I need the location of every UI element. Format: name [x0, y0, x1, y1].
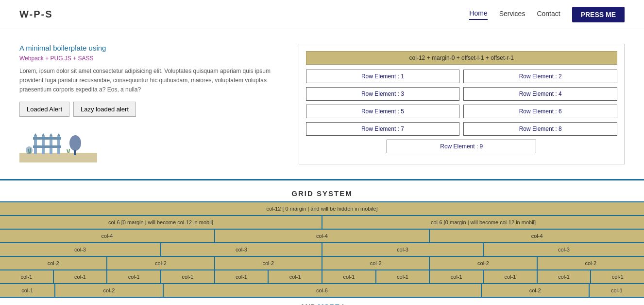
col4-cell-0: col-4: [0, 230, 215, 242]
hero-body: Lorem, ipsum dolor sit amet consectetur …: [19, 67, 279, 95]
svg-rect-5: [33, 137, 61, 140]
hero-subtitle: Webpack + PUG.JS + SASS: [19, 55, 279, 62]
alert-buttons: Loaded Alert Lazy loaded alert: [19, 102, 279, 117]
svg-marker-10: [57, 133, 60, 136]
col3-cell-3: col-3: [484, 243, 644, 256]
col1-cell-9: col-1: [484, 270, 538, 283]
nav-home[interactable]: Home: [469, 9, 487, 20]
col1-cell-3: col-1: [161, 270, 215, 283]
row-element-7: Row Element : 7: [306, 122, 460, 136]
col1-cell-1: col-1: [54, 270, 108, 283]
svg-point-11: [69, 135, 81, 151]
row-elements-12: Row Element : 1 Row Element : 2: [306, 70, 617, 83]
row-element-6: Row Element : 6: [463, 105, 617, 118]
col6-left-cell: col-6 [0 margin | will become col-12 in …: [0, 216, 322, 229]
col2-cell-3: col-2: [322, 257, 430, 269]
svg-rect-6: [33, 145, 61, 148]
svg-line-15: [67, 149, 68, 153]
col1-cell-10: col-1: [538, 270, 592, 283]
col1-cell-8: col-1: [430, 270, 484, 283]
nav-links: Home Services Contact PRESS ME: [469, 7, 625, 22]
grid-system-section: GRID SYSTEM col-12 [ 0 margin | and will…: [0, 179, 644, 305]
col2-cell-2: col-2: [215, 257, 322, 269]
grid-row-col1: col-1 col-1 col-1 col-1 col-1 col-1 col-…: [0, 269, 644, 283]
col3-cell-2: col-3: [322, 243, 484, 256]
and-more-section: AND MORE !: [0, 297, 644, 305]
svg-rect-12: [74, 150, 76, 155]
more-link[interactable]: MORE: [318, 303, 339, 305]
lazy-loaded-alert-button[interactable]: Lazy loaded alert: [73, 102, 136, 117]
col6-right-cell: col-6 [0 margin | will become col-12 in …: [322, 216, 644, 229]
row-element-9-container: Row Element : 9: [306, 140, 617, 153]
col3-cell-1: col-3: [161, 243, 322, 256]
grid-row-col6: col-6 [0 margin | will become col-12 in …: [0, 215, 644, 229]
row-element-1: Row Element : 1: [306, 70, 460, 83]
row-elements-56: Row Element : 5 Row Element : 6: [306, 105, 617, 118]
col1-cell-2: col-1: [107, 270, 161, 283]
col1-cell-7: col-1: [376, 270, 430, 283]
last-col1-left: col-1: [0, 284, 55, 297]
grid-row-col3: col-3 col-3 col-3 col-3: [0, 242, 644, 256]
and-more-text: AND: [300, 303, 316, 305]
brand-logo: W-P-S: [19, 9, 52, 20]
col3-cell-0: col-3: [0, 243, 161, 256]
row-elements-34: Row Element : 3 Row Element : 4: [306, 87, 617, 101]
offset-label: col-12 + margin-0 + offset-l-1 + offset-…: [306, 51, 617, 65]
row-element-8: Row Element : 8: [463, 122, 617, 136]
col2-cell-4: col-2: [430, 257, 537, 269]
grid-row-col4: col-4 col-4 col-4: [0, 229, 644, 242]
nav-contact[interactable]: Contact: [537, 10, 560, 19]
hero-heading: A minimal boilerplate using: [19, 44, 279, 52]
grid-title: GRID SYSTEM: [0, 185, 644, 201]
last-col1-right: col-1: [590, 284, 644, 297]
col1-cell-11: col-1: [591, 270, 644, 283]
loaded-alert-button[interactable]: Loaded Alert: [19, 102, 69, 117]
row-element-5: Row Element : 5: [306, 105, 460, 118]
press-me-button[interactable]: PRESS ME: [572, 7, 625, 22]
svg-marker-8: [42, 133, 45, 136]
svg-marker-7: [34, 133, 37, 136]
col1-cell-4: col-1: [215, 270, 269, 283]
last-col6: col-6: [164, 284, 482, 297]
grid-row-col12: col-12 [ 0 margin | and will be hidden i…: [0, 201, 644, 215]
col2-cell-0: col-2: [0, 257, 107, 269]
main-content: A minimal boilerplate using Webpack + PU…: [0, 29, 644, 179]
hero-illustration: [19, 124, 97, 162]
col4-cell-1: col-4: [215, 230, 430, 242]
row-element-2: Row Element : 2: [463, 70, 617, 83]
col4-cell-2: col-4: [430, 230, 644, 242]
col12-cell: col-12 [ 0 margin | and will be hidden i…: [0, 202, 644, 215]
and-more-exclaim: !: [341, 303, 344, 305]
row-elements-78: Row Element : 7 Row Element : 8: [306, 122, 617, 136]
svg-line-16: [69, 149, 69, 153]
last-col2-left: col-2: [55, 284, 163, 297]
row-element-3: Row Element : 3: [306, 87, 460, 101]
row-element-9: Row Element : 9: [387, 140, 536, 153]
navbar: W-P-S Home Services Contact PRESS ME: [0, 0, 644, 29]
col1-cell-6: col-1: [322, 270, 376, 283]
col1-cell-5: col-1: [269, 270, 322, 283]
nav-services[interactable]: Services: [499, 10, 525, 19]
last-col2-right: col-2: [482, 284, 590, 297]
row-element-4: Row Element : 4: [463, 87, 617, 101]
left-section: A minimal boilerplate using Webpack + PU…: [19, 44, 289, 164]
svg-point-17: [26, 146, 33, 154]
col2-cell-1: col-2: [107, 257, 215, 269]
grid-row-col2: col-2 col-2 col-2 col-2 col-2 col-2: [0, 256, 644, 269]
col1-cell-0: col-1: [0, 270, 54, 283]
right-section: col-12 + margin-0 + offset-l-1 + offset-…: [299, 44, 625, 164]
svg-marker-9: [50, 133, 52, 136]
grid-row-last: col-1 col-2 col-6 col-2 col-1: [0, 283, 644, 297]
col2-cell-5: col-2: [538, 257, 644, 269]
